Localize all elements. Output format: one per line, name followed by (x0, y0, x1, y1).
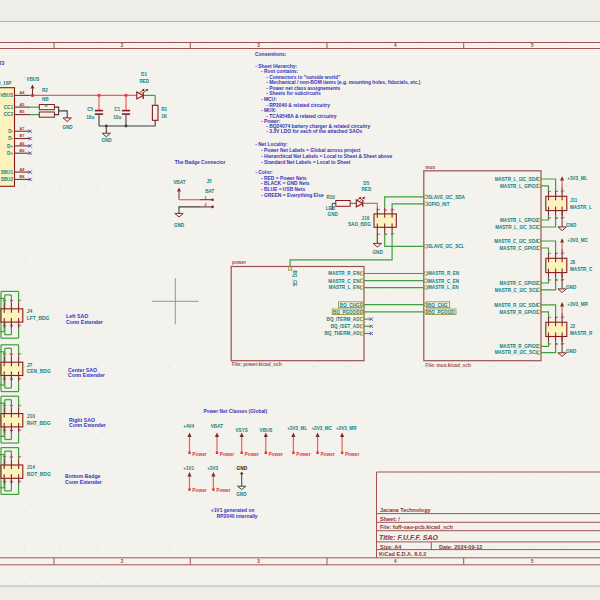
svg-text:BQ_CE: BQ_CE (292, 271, 297, 287)
svg-text:3: 3 (9, 353, 13, 355)
svg-text:6: 6 (17, 429, 21, 431)
svg-text:MASTR_R_GPIO1: MASTR_R_GPIO1 (499, 310, 538, 315)
svg-text:- 3.3V LDO for each of the att: - 3.3V LDO for each of the attached SAOs (266, 129, 362, 134)
svg-text:power: power (232, 260, 246, 265)
svg-text:- Power:: - Power: (261, 119, 281, 124)
svg-text:1K: 1K (161, 114, 168, 119)
svg-text:File: mux.kicad_sch: File: mux.kicad_sch (425, 363, 471, 368)
svg-text:+3V3_MR: +3V3_MR (336, 426, 357, 431)
svg-text:2: 2 (121, 559, 124, 564)
svg-text:SBU1: SBU1 (1, 170, 14, 175)
svg-text:2: 2 (547, 217, 551, 219)
svg-text:+3V3_MR: +3V3_MR (567, 302, 588, 307)
svg-text:MASTR_C_EN: MASTR_C_EN (428, 279, 460, 284)
svg-text:Power: Power (220, 452, 235, 457)
svg-text:Sheet: /: Sheet: / (380, 516, 400, 522)
svg-text:3: 3 (257, 559, 260, 564)
svg-text:J11: J11 (570, 198, 578, 203)
svg-text:5: 5 (560, 316, 564, 318)
svg-text:MASTR_C_I2C_SCL: MASTR_C_I2C_SCL (495, 288, 539, 293)
svg-text:- Standard Net Labels = Local: - Standard Net Labels = Local to Sheet (261, 160, 351, 165)
svg-text:+4V4: +4V4 (183, 424, 194, 429)
svg-text:2: 2 (205, 203, 207, 207)
svg-text:4: 4 (554, 343, 558, 345)
svg-text:4: 4 (554, 217, 558, 219)
svg-text:GND: GND (372, 250, 383, 255)
svg-text:- Sheets for subcircuits: - Sheets for subcircuits (266, 91, 321, 96)
svg-text:- Power net class assignements: - Power net class assignements (266, 86, 340, 91)
svg-text:- Mechanical / non-BOM items (: - Mechanical / non-BOM items (e.g. mount… (266, 80, 420, 85)
svg-text:B5: B5 (20, 110, 25, 114)
svg-text:RED: RED (139, 79, 149, 84)
svg-text:Conn Extender: Conn Extender (65, 479, 102, 485)
svg-text:Date: 2024-09-12: Date: 2024-09-12 (439, 544, 482, 550)
svg-text:File: fuff-sao-pcb.kicad_sch: File: fuff-sao-pcb.kicad_sch (380, 524, 453, 530)
svg-text:J7: J7 (27, 363, 33, 368)
svg-text:- TCA9548A & related circuitry: - TCA9548A & related circuitry (266, 114, 336, 119)
svg-text:2: 2 (2, 429, 6, 431)
svg-text:- GREEN = Everything Else: - GREEN = Everything Else (261, 193, 324, 198)
svg-text:BQ_CHG: BQ_CHG (428, 303, 448, 308)
svg-text:Title: F.U.F.F. SAO: Title: F.U.F.F. SAO (379, 534, 439, 541)
svg-text:RHT_BDG: RHT_BDG (27, 421, 51, 426)
svg-text:MASTR_L_I2C_SCL: MASTR_L_I2C_SCL (495, 225, 538, 230)
svg-text:Power: Power (245, 452, 260, 457)
svg-text:Power: Power (345, 452, 360, 457)
svg-text:R: R (45, 103, 48, 108)
svg-text:VBUS: VBUS (260, 428, 273, 433)
svg-text:4: 4 (9, 324, 13, 326)
svg-text:6: 6 (560, 279, 564, 281)
svg-text:2: 2 (547, 343, 551, 345)
svg-text:MASTR_L_EN: MASTR_L_EN (428, 285, 459, 290)
svg-text:RED: RED (362, 187, 372, 192)
svg-text:mux: mux (425, 165, 435, 170)
svg-text:B8: B8 (20, 175, 25, 179)
svg-text:C5: C5 (87, 107, 93, 112)
svg-text:NB: NB (42, 97, 49, 102)
svg-text:Conn Extender: Conn Extender (69, 422, 106, 428)
svg-text:1: 1 (2, 300, 6, 302)
svg-text:5: 5 (560, 252, 564, 254)
svg-text:Power: Power (216, 488, 231, 493)
svg-text:+3V3_ML: +3V3_ML (287, 426, 307, 431)
svg-text:2: 2 (121, 43, 124, 48)
svg-text:6: 6 (560, 217, 564, 219)
svg-text:- RED = Power Nets: - RED = Power Nets (261, 176, 307, 181)
svg-text:A8: A8 (20, 168, 25, 172)
svg-text:CC2: CC2 (4, 112, 14, 117)
svg-text:D-: D- (8, 129, 13, 134)
svg-text:1: 1 (2, 404, 6, 406)
svg-text:4: 4 (394, 43, 397, 48)
svg-text:- Root contains:: - Root contains: (261, 69, 299, 74)
svg-text:GND: GND (566, 285, 577, 290)
svg-text:1: 1 (2, 456, 6, 458)
svg-text:5: 5 (17, 353, 21, 355)
svg-text:6: 6 (17, 378, 21, 380)
svg-text:4: 4 (554, 279, 558, 281)
svg-text:BOT_BDG: BOT_BDG (27, 472, 51, 477)
svg-text:J4: J4 (27, 309, 33, 314)
svg-text:R1: R1 (161, 107, 167, 112)
svg-text:BQ_CHG: BQ_CHG (340, 303, 360, 308)
svg-text:+3V3_ML: +3V3_ML (567, 176, 587, 181)
svg-text:1: 1 (205, 196, 207, 200)
svg-text:4: 4 (9, 378, 13, 380)
svg-text:Power: Power (192, 452, 207, 457)
svg-text:D-: D- (8, 136, 13, 141)
svg-text:GND: GND (566, 223, 577, 228)
svg-text:GND: GND (237, 466, 248, 471)
svg-text:KiCad E.D.A. 8.0.2: KiCad E.D.A. 8.0.2 (379, 551, 426, 557)
svg-text:Conn Extender: Conn Extender (66, 319, 103, 325)
svg-text:BQ_ISET_AD: BQ_ISET_AD (331, 324, 361, 329)
svg-text:3: 3 (9, 300, 13, 302)
svg-text:A6: A6 (20, 142, 25, 146)
svg-text:BAT: BAT (205, 189, 214, 194)
svg-text:MASTR_C_GPIO2: MASTR_C_GPIO2 (499, 281, 538, 286)
svg-text:B6: B6 (20, 149, 25, 153)
svg-text:GPIO_INT: GPIO_INT (428, 202, 450, 207)
svg-text:3: 3 (554, 316, 558, 318)
svg-text:C1: C1 (114, 107, 120, 112)
svg-text:Conn Extender: Conn Extender (68, 372, 105, 378)
svg-text:5: 5 (17, 300, 21, 302)
svg-text:6: 6 (560, 343, 564, 345)
